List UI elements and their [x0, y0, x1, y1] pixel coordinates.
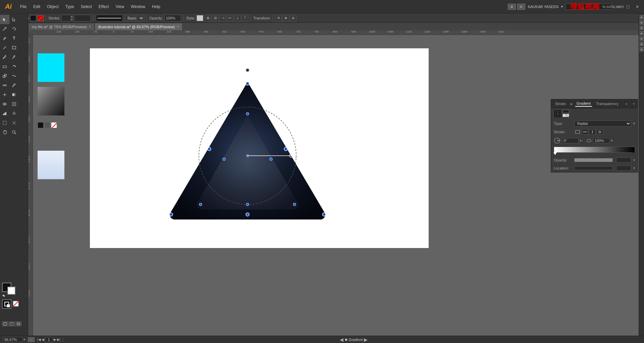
stroke-swatch-light[interactable] [562, 114, 569, 117]
pencil-tool[interactable] [9, 52, 19, 62]
artboard-tool[interactable] [0, 118, 9, 128]
direct-select-tool[interactable] [9, 15, 19, 24]
canvas-icon[interactable]: □ [28, 337, 35, 342]
column-graph-tool[interactable] [0, 109, 9, 118]
transparency-tab[interactable]: Transparency [595, 101, 620, 106]
opacity-input[interactable] [164, 15, 181, 21]
full-screen-btn[interactable] [9, 322, 15, 326]
menu-type[interactable]: Type [62, 0, 77, 13]
zoom-down-arrow[interactable]: ▾ [23, 338, 25, 341]
angle-dropdown[interactable]: ▾ [580, 139, 582, 142]
stroke-value-box[interactable] [74, 15, 91, 21]
shape-builder-tool[interactable] [0, 99, 9, 109]
magic-wand-tool[interactable] [0, 24, 9, 34]
rotate-tool[interactable] [9, 62, 19, 71]
tab-tutorial-close[interactable]: × [177, 25, 179, 29]
rp-btn-2[interactable]: ▸ [639, 20, 644, 25]
opacity-slider[interactable] [574, 158, 613, 162]
none-swatch[interactable] [13, 301, 19, 307]
angle-input[interactable] [562, 138, 579, 143]
blend-tool[interactable] [0, 81, 9, 90]
rp-btn-7[interactable]: ▸ [639, 47, 644, 52]
background-color[interactable] [7, 287, 15, 295]
normal-screen-btn[interactable] [2, 322, 8, 326]
pct-dropdown[interactable]: ▾ [611, 139, 613, 142]
stroke-width-input[interactable] [61, 15, 71, 21]
swatch-none-x[interactable] [51, 122, 57, 128]
eyedropper-tool[interactable] [9, 81, 19, 90]
next-btn[interactable]: ▶ [54, 338, 56, 341]
prev-btn[interactable]: ◀ [42, 338, 44, 341]
menu-edit[interactable]: Edit [30, 0, 44, 13]
type-tool[interactable]: T [9, 34, 19, 43]
menu-select[interactable]: Select [77, 0, 95, 13]
menu-file[interactable]: File [17, 0, 30, 13]
mesh-tool[interactable] [0, 90, 9, 99]
gradient-stop-right[interactable] [632, 152, 635, 155]
tab-my-file[interactable]: my-file.ai* @ 75% (RGB/Preview) × [28, 23, 95, 30]
stroke-btn-4[interactable] [596, 129, 603, 135]
lasso-tool[interactable] [9, 24, 19, 34]
opacity-value-input[interactable] [616, 157, 631, 163]
panel-close-btn[interactable]: × [633, 102, 635, 106]
scale-tool[interactable] [0, 71, 9, 81]
stroke-style-select[interactable]: Basic [124, 15, 144, 21]
menu-window[interactable]: Window [127, 0, 149, 13]
gradient-tool[interactable] [9, 90, 19, 99]
perspective-btn[interactable]: ⊘ [290, 15, 297, 21]
align-right-btn[interactable]: ⊢ [227, 15, 233, 21]
style-swatch[interactable] [197, 15, 203, 21]
pathfinder-tool[interactable]: ⊟ [212, 15, 219, 21]
zoom-input[interactable] [3, 337, 23, 342]
location-slider[interactable] [574, 166, 613, 170]
distribute-btn[interactable]: ⊥ [234, 15, 241, 21]
stroke-swatch[interactable] [38, 15, 44, 21]
panel-collapse-btn[interactable]: » [626, 102, 628, 106]
eraser-tool[interactable] [0, 62, 9, 71]
rp-btn-1[interactable]: ▸ [639, 15, 644, 19]
stroke-along-btn[interactable] [582, 129, 588, 135]
page-input[interactable] [45, 337, 53, 342]
presentation-btn[interactable] [15, 322, 21, 326]
rect-tool[interactable] [9, 43, 19, 52]
pen-tool[interactable] [0, 34, 9, 43]
gradient-tab[interactable]: Gradient [575, 101, 592, 107]
warp-tool[interactable] [9, 71, 19, 81]
align-tool[interactable]: ⊞ [205, 15, 211, 21]
close-button[interactable]: × [634, 3, 641, 10]
stroke-width-stepper[interactable]: ▲ ▼ [71, 15, 73, 21]
paintbrush-tool[interactable] [0, 52, 9, 62]
stroke-across-btn[interactable] [589, 129, 596, 135]
swatch-black[interactable] [38, 122, 44, 128]
triangle-artwork[interactable]: ⊕ [164, 65, 331, 233]
zoom-tool[interactable] [9, 128, 19, 137]
fill-stroke-icon[interactable] [2, 299, 11, 309]
rp-btn-5[interactable]: ▸ [639, 36, 644, 41]
type-select-arrow[interactable]: ▾ [633, 122, 635, 125]
stroke-tab[interactable]: Stroke [554, 101, 567, 106]
align-left-btn[interactable]: ⊣ [219, 15, 226, 21]
gradient-type-select[interactable]: Radial Linear [574, 120, 631, 127]
workspace-icon[interactable]: ⊟ [517, 4, 525, 10]
distribute2-btn[interactable]: ⊤ [241, 15, 248, 21]
username-arrow[interactable]: ▾ [561, 5, 563, 8]
swap-colors-icon[interactable] [2, 294, 5, 297]
rp-btn-3[interactable]: ▸ [639, 26, 644, 30]
stroke-swatch-dark[interactable] [562, 110, 569, 113]
live-paint-tool[interactable] [9, 99, 19, 109]
rewind-btn[interactable]: ◀ [340, 337, 343, 342]
rp-btn-6[interactable]: ▸ [639, 42, 644, 46]
tab-tutorial[interactable]: illustrator-tutorial.ai* @ 66.67% (RGB/P… [95, 23, 182, 30]
gradient-stop-left[interactable] [553, 152, 557, 155]
tab-my-file-close[interactable]: × [89, 25, 91, 29]
hand-tool[interactable] [0, 128, 9, 137]
free-transform-btn[interactable]: ⟲ [275, 15, 282, 21]
selection-tool[interactable] [0, 15, 9, 24]
menu-effect[interactable]: Effect [95, 0, 112, 13]
puppet-warp-btn[interactable]: ⊕ [282, 15, 289, 21]
fill-swatch[interactable] [30, 15, 36, 21]
gradient-preview-box[interactable] [554, 110, 562, 118]
location-dropdown[interactable]: ▾ [633, 166, 635, 170]
forward-btn[interactable]: ▶ [364, 337, 368, 342]
slice-tool[interactable] [9, 118, 19, 128]
